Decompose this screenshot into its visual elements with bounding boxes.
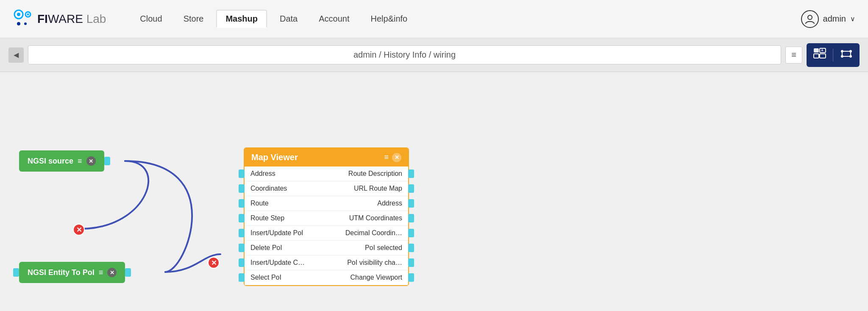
nav-cloud[interactable]: Cloud — [131, 11, 170, 27]
header: FIWARE Lab Cloud Store Mashup Data Accou… — [0, 0, 868, 38]
nav-data[interactable]: Data — [271, 11, 306, 27]
mv-port-out-address[interactable] — [408, 199, 414, 208]
mv-output-address: Address — [326, 196, 408, 211]
mv-port-out-route-desc[interactable] — [408, 169, 414, 178]
mv-output-utm: UTM Coordinates — [326, 211, 408, 226]
mv-port-out-poi-visibility[interactable] — [408, 258, 414, 267]
svg-point-5 — [24, 22, 27, 25]
mv-port-in-route-step[interactable] — [239, 214, 245, 222]
error-badge-1-icon: ✕ — [76, 226, 82, 234]
svg-point-4 — [17, 22, 20, 25]
ngsi-source-label: NGSI source — [28, 157, 73, 166]
toolbar-menu-button[interactable]: ≡ — [785, 47, 802, 64]
mv-input-route: Route — [245, 196, 326, 211]
wiring-canvas: NGSI source ≡ ✕ ✕ NGSI Entity To PoI ≡ ✕… — [0, 72, 868, 311]
map-viewer-close-icon[interactable]: ✕ — [392, 153, 401, 162]
error-badge-2-icon: ✕ — [211, 259, 217, 267]
map-viewer-menu-icon[interactable]: ≡ — [384, 153, 389, 162]
mv-port-out-change-viewport[interactable] — [408, 273, 414, 282]
error-badge-1[interactable]: ✕ — [73, 224, 85, 236]
svg-point-15 — [849, 55, 852, 58]
ngsi-entity-input-port[interactable] — [13, 268, 19, 277]
svg-point-14 — [849, 50, 852, 53]
ngsi-entity-label: NGSI Entity To PoI — [28, 268, 95, 277]
collapse-button[interactable]: ◀ — [8, 47, 24, 63]
mv-output-url-route: URL Route Map — [326, 181, 408, 196]
map-viewer-title: Map Viewer — [251, 153, 298, 162]
logo-text: FIWARE Lab — [37, 12, 106, 26]
ngsi-source-close-icon[interactable]: ✕ — [86, 156, 96, 166]
collapse-icon: ◀ — [14, 51, 19, 59]
toolbar-divider — [833, 49, 833, 61]
mv-input-coords: Coordinates — [245, 181, 326, 196]
admin-label: admin — [823, 14, 846, 24]
connections-button[interactable] — [840, 48, 853, 62]
mv-output-poi-selected: PoI selected — [326, 241, 408, 255]
nav-mashup[interactable]: Mashup — [216, 10, 267, 28]
mv-input-delete-poi: Delete PoI — [245, 241, 326, 255]
nav-account[interactable]: Account — [310, 11, 358, 27]
svg-rect-10 — [814, 54, 819, 58]
svg-rect-11 — [820, 54, 826, 58]
mv-output-decimal-coords: Decimal Coordin… — [326, 226, 408, 241]
mv-input-insert-update-c: Insert/Update C… — [245, 255, 326, 270]
mv-port-out-decimal-coords[interactable] — [408, 229, 414, 237]
mv-port-in-coords[interactable] — [239, 184, 245, 193]
mv-port-in-select-poi[interactable] — [239, 273, 245, 282]
svg-text:+: + — [821, 48, 823, 53]
admin-caret-icon: ∨ — [850, 15, 855, 23]
svg-point-1 — [17, 13, 20, 16]
toolbar-menu-icon: ≡ — [791, 50, 796, 60]
map-viewer-ports: Address Route Description Coordinates UR… — [245, 167, 408, 285]
mv-port-in-insert-update-c[interactable] — [239, 258, 245, 267]
mv-output-poi-visibility: PoI visibility cha… — [326, 255, 408, 270]
nav-help[interactable]: Help&info — [362, 11, 416, 27]
mv-output-change-viewport: Change Viewport — [326, 270, 408, 285]
mv-port-in-route[interactable] — [239, 199, 245, 208]
main-nav: Cloud Store Mashup Data Account Help&inf… — [131, 10, 784, 28]
svg-point-12 — [841, 50, 843, 53]
error-badge-2[interactable]: ✕ — [208, 257, 220, 269]
breadcrumb: admin / History Info / wiring — [28, 45, 781, 64]
mv-port-in-address[interactable] — [239, 169, 245, 178]
toolbar: ◀ admin / History Info / wiring ≡ + — [0, 38, 868, 72]
fiware-logo-icon — [13, 8, 34, 30]
ngsi-entity-output-port[interactable] — [125, 268, 131, 277]
ngsi-entity-menu-icon[interactable]: ≡ — [99, 268, 103, 277]
svg-rect-7 — [814, 48, 819, 53]
ngsi-source-output-port[interactable] — [104, 157, 110, 165]
map-viewer-widget: Map Viewer ≡ ✕ Address Route Description… — [244, 147, 409, 286]
svg-point-6 — [808, 15, 812, 19]
mv-port-in-delete-poi[interactable] — [239, 244, 245, 252]
ngsi-entity-widget: NGSI Entity To PoI ≡ ✕ — [19, 262, 125, 283]
mv-input-address: Address — [245, 167, 326, 181]
mv-input-insert-update-poi: Insert/Update PoI — [245, 226, 326, 241]
toolbar-action-group: + — [807, 43, 860, 67]
mv-port-out-poi-selected[interactable] — [408, 244, 414, 252]
nav-store[interactable]: Store — [175, 11, 212, 27]
ngsi-source-widget: NGSI source ≡ ✕ — [19, 150, 104, 172]
mv-port-out-url-route[interactable] — [408, 184, 414, 193]
ngsi-source-menu-icon[interactable]: ≡ — [78, 157, 82, 166]
logo: FIWARE Lab — [13, 8, 106, 30]
mv-input-select-poi: Select PoI — [245, 270, 326, 285]
svg-point-3 — [27, 13, 29, 15]
ngsi-entity-close-icon[interactable]: ✕ — [107, 268, 117, 277]
map-viewer-header: Map Viewer ≡ ✕ — [245, 148, 408, 167]
user-avatar — [801, 10, 819, 28]
user-menu[interactable]: admin ∨ — [801, 10, 855, 28]
mv-output-route-desc: Route Description — [326, 167, 408, 181]
svg-point-13 — [841, 55, 843, 58]
add-widget-button[interactable]: + — [813, 48, 826, 62]
mv-port-out-utm[interactable] — [408, 214, 414, 222]
mv-port-in-insert-update-poi[interactable] — [239, 229, 245, 237]
mv-input-route-step: Route Step — [245, 211, 326, 226]
